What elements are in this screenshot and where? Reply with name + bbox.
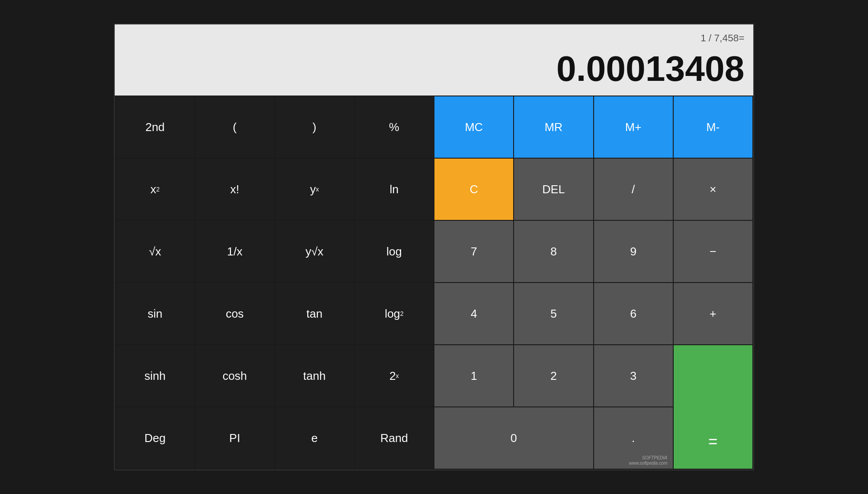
0-button[interactable]: 0 <box>434 407 593 469</box>
pi-button[interactable]: PI <box>195 407 274 469</box>
9-button[interactable]: 9 <box>594 221 673 282</box>
clear-button[interactable]: C <box>434 159 513 220</box>
6-button[interactable]: 6 <box>594 283 673 344</box>
display-secondary: 1 / 7,458= <box>124 29 744 44</box>
2nd-button[interactable]: 2nd <box>116 96 194 158</box>
delete-button[interactable]: DEL <box>514 159 593 220</box>
3-button[interactable]: 3 <box>594 345 673 406</box>
softpedia-label: SOFTPEDIA <box>642 455 667 460</box>
display: 1 / 7,458= 0.00013408 <box>115 24 753 96</box>
close-paren-button[interactable]: ) <box>275 96 354 158</box>
mc-button[interactable]: MC <box>434 96 513 158</box>
yroot-button[interactable]: y√x <box>275 221 354 282</box>
sin-button[interactable]: sin <box>116 283 194 344</box>
percent-button[interactable]: % <box>355 96 434 158</box>
4-button[interactable]: 4 <box>434 283 513 344</box>
multiply-button[interactable]: × <box>674 159 752 220</box>
sinh-button[interactable]: sinh <box>116 345 194 406</box>
log2-button[interactable]: log2 <box>355 283 434 344</box>
m-minus-button[interactable]: M- <box>674 96 752 158</box>
tan-button[interactable]: tan <box>275 283 354 344</box>
euler-button[interactable]: e <box>275 407 354 469</box>
2-button[interactable]: 2 <box>514 345 593 406</box>
open-paren-button[interactable]: ( <box>195 96 274 158</box>
reciprocal-button[interactable]: 1/x <box>195 221 274 282</box>
sqrt-button[interactable]: √x <box>116 221 194 282</box>
8-button[interactable]: 8 <box>514 221 593 282</box>
add-button[interactable]: + <box>674 283 752 344</box>
log-button[interactable]: log <box>355 221 434 282</box>
decimal-button[interactable]: . SOFTPEDIA www.softpedia.com <box>594 407 673 469</box>
calculator: 1 / 7,458= 0.00013408 2nd ( ) % MC MR M+… <box>114 24 754 470</box>
button-grid: 2nd ( ) % MC MR M+ M- x2 x! yx ln C DEL … <box>115 96 753 470</box>
deg-button[interactable]: Deg <box>116 407 194 469</box>
5-button[interactable]: 5 <box>514 283 593 344</box>
2power-button[interactable]: 2x <box>355 345 434 406</box>
mr-button[interactable]: MR <box>514 96 593 158</box>
power-button[interactable]: yx <box>275 159 354 220</box>
square-button[interactable]: x2 <box>116 159 194 220</box>
softpedia-url: www.softpedia.com <box>629 461 667 466</box>
factorial-button[interactable]: x! <box>195 159 274 220</box>
rand-button[interactable]: Rand <box>355 407 434 469</box>
subtract-button[interactable]: − <box>674 221 752 282</box>
7-button[interactable]: 7 <box>434 221 513 282</box>
1-button[interactable]: 1 <box>434 345 513 406</box>
display-primary: 0.00013408 <box>124 51 744 89</box>
cosh-button[interactable]: cosh <box>195 345 274 406</box>
tanh-button[interactable]: tanh <box>275 345 354 406</box>
equals-button[interactable]: = <box>674 345 752 469</box>
equals-symbol: = <box>708 432 718 451</box>
cos-button[interactable]: cos <box>195 283 274 344</box>
ln-button[interactable]: ln <box>355 159 434 220</box>
divide-button[interactable]: / <box>594 159 673 220</box>
m-plus-button[interactable]: M+ <box>594 96 673 158</box>
